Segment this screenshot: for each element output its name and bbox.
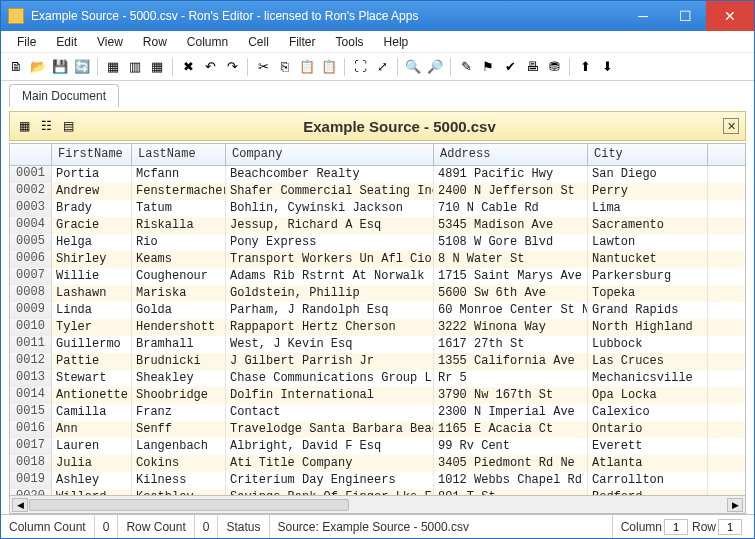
cell[interactable]: Atlanta (588, 455, 708, 472)
cell[interactable]: Tatum (132, 200, 226, 217)
cell[interactable]: Ontario (588, 421, 708, 438)
column-header-lastname[interactable]: LastName (132, 144, 226, 165)
cell[interactable]: 1617 27th St (434, 336, 588, 353)
cell[interactable]: San Diego (588, 166, 708, 183)
cell[interactable]: Senff (132, 421, 226, 438)
cell[interactable]: Kilness (132, 472, 226, 489)
cell[interactable]: Guillermo (52, 336, 132, 353)
row-number[interactable]: 0016 (10, 421, 52, 438)
cell[interactable]: Lawton (588, 234, 708, 251)
cell[interactable]: 5600 Sw 6th Ave (434, 285, 588, 302)
cell[interactable]: Sheakley (132, 370, 226, 387)
row-number[interactable]: 0011 (10, 336, 52, 353)
scroll-left-icon[interactable]: ◀ (12, 498, 28, 512)
cell[interactable]: Albright, David F Esq (226, 438, 434, 455)
menu-filter[interactable]: Filter (279, 33, 326, 51)
cell[interactable]: Mcfann (132, 166, 226, 183)
row-number[interactable]: 0013 (10, 370, 52, 387)
table-row[interactable]: 0015CamillaFranzContact2300 N Imperial A… (10, 404, 745, 421)
cell[interactable]: Mariska (132, 285, 226, 302)
cell[interactable]: Goldstein, Phillip (226, 285, 434, 302)
cell[interactable]: Contact (226, 404, 434, 421)
cell[interactable]: Nantucket (588, 251, 708, 268)
cell[interactable]: Brady (52, 200, 132, 217)
table-row[interactable]: 0018JuliaCokinsAti Title Company3405 Pie… (10, 455, 745, 472)
cell[interactable]: Keams (132, 251, 226, 268)
cell[interactable]: Antionette (52, 387, 132, 404)
row-number[interactable]: 0006 (10, 251, 52, 268)
menu-file[interactable]: File (7, 33, 46, 51)
cell[interactable]: Golda (132, 302, 226, 319)
table-row[interactable]: 0013StewartSheakleyChase Communications … (10, 370, 745, 387)
cell[interactable]: North Highland (588, 319, 708, 336)
cell[interactable]: 8 N Water St (434, 251, 588, 268)
minimize-button[interactable]: ─ (622, 1, 664, 31)
menu-row[interactable]: Row (133, 33, 177, 51)
column-header-address[interactable]: Address (434, 144, 588, 165)
check-icon[interactable]: ✔ (501, 58, 519, 76)
maximize-button[interactable]: ☐ (664, 1, 706, 31)
status-column-input[interactable] (664, 519, 688, 535)
cell[interactable]: Coughenour (132, 268, 226, 285)
cell[interactable]: Tyler (52, 319, 132, 336)
cell[interactable]: Transport Workers Un Afl Cio (226, 251, 434, 268)
menu-help[interactable]: Help (374, 33, 419, 51)
cell[interactable]: Sacramento (588, 217, 708, 234)
row-number[interactable]: 0008 (10, 285, 52, 302)
paste-icon[interactable]: 📋 (298, 58, 316, 76)
cell[interactable]: Dolfin International (226, 387, 434, 404)
undo-icon[interactable]: ↶ (201, 58, 219, 76)
cell[interactable]: Brudnicki (132, 353, 226, 370)
cell[interactable]: Riskalla (132, 217, 226, 234)
cell[interactable]: Everett (588, 438, 708, 455)
cell[interactable]: 3222 Winona Way (434, 319, 588, 336)
cell[interactable]: 2400 N Jefferson St (434, 183, 588, 200)
row-number[interactable]: 0017 (10, 438, 52, 455)
column-header-company[interactable]: Company (226, 144, 434, 165)
cell[interactable]: Pattie (52, 353, 132, 370)
cell[interactable]: Jessup, Richard A Esq (226, 217, 434, 234)
status-row-input[interactable] (718, 519, 742, 535)
row-number[interactable]: 0019 (10, 472, 52, 489)
cell[interactable]: Bramhall (132, 336, 226, 353)
row-number[interactable]: 0007 (10, 268, 52, 285)
row-number[interactable]: 0012 (10, 353, 52, 370)
redo-icon[interactable]: ↷ (223, 58, 241, 76)
cell[interactable]: 710 N Cable Rd (434, 200, 588, 217)
cell[interactable]: 5108 W Gore Blvd (434, 234, 588, 251)
horizontal-scrollbar[interactable]: ◀ ▶ (10, 495, 745, 513)
cell[interactable]: Opa Locka (588, 387, 708, 404)
import-icon[interactable]: ⬆ (576, 58, 594, 76)
table-row[interactable]: 0010TylerHendershottRappaport Hertz Cher… (10, 319, 745, 336)
table-row[interactable]: 0012PattieBrudnickiJ Gilbert Parrish Jr1… (10, 353, 745, 370)
table-row[interactable]: 0003BradyTatumBohlin, Cywinski Jackson71… (10, 200, 745, 217)
cell[interactable]: 1715 Saint Marys Ave (434, 268, 588, 285)
cell[interactable]: Stewart (52, 370, 132, 387)
cell[interactable]: Criterium Day Engineers (226, 472, 434, 489)
cell[interactable]: Parham, J Randolph Esq (226, 302, 434, 319)
row-number[interactable]: 0004 (10, 217, 52, 234)
zoomin-icon[interactable]: 🔍 (404, 58, 422, 76)
row-number[interactable]: 0003 (10, 200, 52, 217)
titlebar[interactable]: Example Source - 5000.csv - Ron's Editor… (1, 1, 754, 31)
cell[interactable]: 60 Monroe Center St Nw (434, 302, 588, 319)
cell[interactable]: Lashawn (52, 285, 132, 302)
cell[interactable]: 3405 Piedmont Rd Ne (434, 455, 588, 472)
cell[interactable]: Grand Rapids (588, 302, 708, 319)
menu-edit[interactable]: Edit (46, 33, 87, 51)
cell[interactable]: 1355 California Ave (434, 353, 588, 370)
copy-icon[interactable]: ⎘ (276, 58, 294, 76)
cell[interactable]: Lubbock (588, 336, 708, 353)
mark-icon[interactable]: ⚑ (479, 58, 497, 76)
table-row[interactable]: 0008LashawnMariskaGoldstein, Phillip5600… (10, 285, 745, 302)
cell[interactable]: Shafer Commercial Seating Inc (226, 183, 434, 200)
cell[interactable]: Travelodge Santa Barbara Beach (226, 421, 434, 438)
cell[interactable]: Shirley (52, 251, 132, 268)
refresh-icon[interactable]: 🔄 (73, 58, 91, 76)
cell[interactable]: 5345 Madison Ave (434, 217, 588, 234)
cell[interactable]: Shoobridge (132, 387, 226, 404)
cell[interactable]: Hendershott (132, 319, 226, 336)
scroll-right-icon[interactable]: ▶ (727, 498, 743, 512)
cell[interactable]: Parkersburg (588, 268, 708, 285)
column-header-firstname[interactable]: FirstName (52, 144, 132, 165)
